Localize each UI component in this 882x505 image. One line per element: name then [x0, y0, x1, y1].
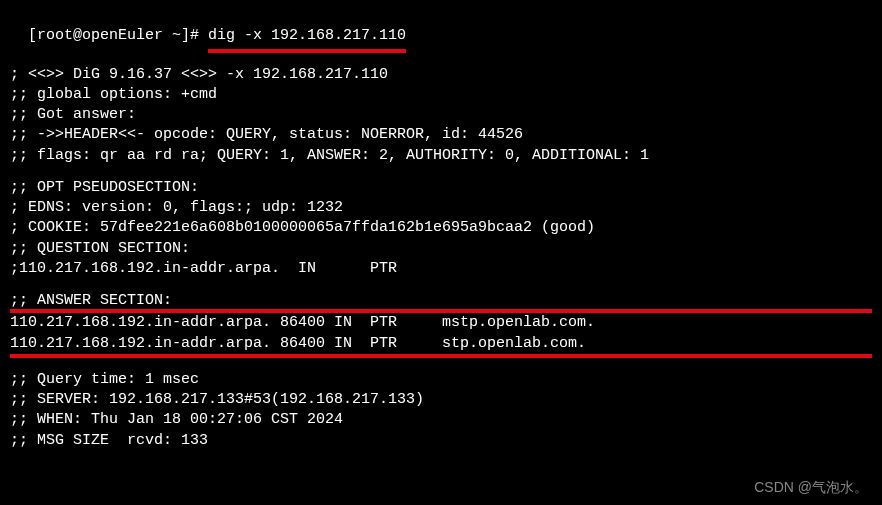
dig-version-line: ; <<>> DiG 9.16.37 <<>> -x 192.168.217.1… [10, 65, 872, 85]
server-line: ;; SERVER: 192.168.217.133#53(192.168.21… [10, 390, 872, 410]
answer-record-2: 110.217.168.192.in-addr.arpa. 86400 IN P… [10, 334, 872, 354]
prompt-line[interactable]: [root@openEuler ~]# dig -x 192.168.217.1… [10, 6, 872, 53]
msg-size-line: ;; MSG SIZE rcvd: 133 [10, 431, 872, 451]
prompt-prefix: [root@openEuler ~]# [28, 27, 199, 44]
answer-section-block: 110.217.168.192.in-addr.arpa. 86400 IN P… [10, 309, 872, 358]
answer-record-1: 110.217.168.192.in-addr.arpa. 86400 IN P… [10, 313, 872, 333]
answer-section-title: ;; ANSWER SECTION: [10, 291, 872, 311]
edns-line: ; EDNS: version: 0, flags:; udp: 1232 [10, 198, 872, 218]
flags-line: ;; flags: qr aa rd ra; QUERY: 1, ANSWER:… [10, 146, 872, 166]
cookie-line: ; COOKIE: 57dfee221e6a608b0100000065a7ff… [10, 218, 872, 238]
opt-pseudosection-title: ;; OPT PSEUDOSECTION: [10, 178, 872, 198]
when-line: ;; WHEN: Thu Jan 18 00:27:06 CST 2024 [10, 410, 872, 430]
got-answer-line: ;; Got answer: [10, 105, 872, 125]
header-status-line: ;; ->>HEADER<<- opcode: QUERY, status: N… [10, 125, 872, 145]
question-record: ;110.217.168.192.in-addr.arpa. IN PTR [10, 259, 872, 279]
watermark-text: CSDN @气泡水。 [754, 478, 868, 497]
global-options-line: ;; global options: +cmd [10, 85, 872, 105]
query-time-line: ;; Query time: 1 msec [10, 370, 872, 390]
question-section-title: ;; QUESTION SECTION: [10, 239, 872, 259]
command-text: dig -x 192.168.217.110 [208, 26, 406, 52]
